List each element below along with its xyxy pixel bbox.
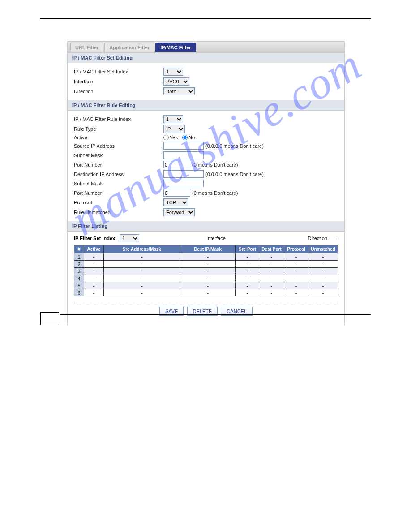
dest-ip-hint: (0.0.0.0 means Don't care) xyxy=(206,172,264,177)
cell-active: - xyxy=(84,253,104,261)
cell-dstport: - xyxy=(259,289,284,296)
dest-ip-label: Destination IP Address: xyxy=(74,172,163,177)
active-label: Active xyxy=(74,135,163,140)
subnet-mask-2-label: Subnet Mask xyxy=(74,181,163,186)
cell-num: 2 xyxy=(74,261,84,268)
rule-type-label: Rule Type xyxy=(74,126,163,132)
source-ip-label: Source IP Address xyxy=(74,143,163,149)
cell-unmatched: - xyxy=(308,275,338,282)
cell-protocol: - xyxy=(284,289,308,296)
filter-set-index-select[interactable]: 1 xyxy=(163,68,183,76)
cell-num: 1 xyxy=(74,253,84,261)
cell-dst: - xyxy=(180,289,236,296)
active-no-radio[interactable] xyxy=(182,135,188,140)
col-dest-port: Dest Port xyxy=(259,245,284,253)
rule-index-label: IP / MAC Filter Rule Index xyxy=(74,116,163,122)
cell-src: - xyxy=(104,282,180,289)
protocol-select[interactable]: TCP xyxy=(163,198,188,206)
port-2-label: Port Number xyxy=(74,190,163,196)
cell-unmatched: - xyxy=(308,253,338,261)
cell-srcport: - xyxy=(236,289,259,296)
port-1-label: Port Number xyxy=(74,162,163,167)
port-2-input[interactable] xyxy=(163,189,190,197)
cell-num: 4 xyxy=(74,275,84,282)
cell-srcport: - xyxy=(236,275,259,282)
col-protocol: Protocol xyxy=(284,245,308,253)
cell-active: - xyxy=(84,275,104,282)
ip-filter-table: # Active Src Address/Mask Dest IP/Mask S… xyxy=(74,245,338,296)
cell-active: - xyxy=(84,261,104,268)
cell-dst: - xyxy=(180,268,236,275)
cell-protocol: - xyxy=(284,282,308,289)
col-src-port: Src Port xyxy=(236,245,259,253)
config-panel: URL Filter Application Filter IP/MAC Fil… xyxy=(67,41,345,325)
subnet-mask-2-input[interactable] xyxy=(163,180,204,187)
cell-protocol: - xyxy=(284,275,308,282)
col-unmatched: Unmatched xyxy=(308,245,338,253)
protocol-label: Protocol xyxy=(74,200,163,205)
cell-dstport: - xyxy=(259,261,284,268)
col-src: Src Address/Mask xyxy=(104,245,180,253)
active-yes-text: Yes xyxy=(170,135,178,140)
port-1-hint: (0 means Don't care) xyxy=(192,162,238,167)
active-yes-radio[interactable] xyxy=(163,135,169,140)
cell-active: - xyxy=(84,268,104,275)
section-header-listing: IP Filter Listing xyxy=(68,221,344,232)
cell-dst: - xyxy=(180,261,236,268)
source-ip-input[interactable] xyxy=(163,142,204,150)
listing-direction-label: Direction xyxy=(308,236,327,241)
unmatched-select[interactable]: Forward xyxy=(163,208,195,216)
active-no-text: No xyxy=(188,135,195,140)
tab-url-filter[interactable]: URL Filter xyxy=(70,43,103,52)
rule-editing-form: IP / MAC Filter Rule Index 1 Rule Type I… xyxy=(68,111,344,221)
cell-srcport: - xyxy=(236,261,259,268)
section-header-set-editing: IP / MAC Filter Set Editing xyxy=(68,52,344,63)
listing-set-index-select[interactable]: 1 xyxy=(120,234,139,242)
cell-num: 3 xyxy=(74,268,84,275)
cell-dst: - xyxy=(180,253,236,261)
subnet-mask-1-input[interactable] xyxy=(163,151,204,159)
tab-ip-mac-filter[interactable]: IP/MAC Filter xyxy=(155,43,196,52)
tab-application-filter[interactable]: Application Filter xyxy=(104,43,154,52)
cell-unmatched: - xyxy=(308,268,338,275)
port-1-input[interactable] xyxy=(163,161,190,168)
listing-controls: IP Filter Set Index 1 Interface Directio… xyxy=(68,232,344,245)
cell-dstport: - xyxy=(259,253,284,261)
col-num: # xyxy=(74,245,84,253)
cell-protocol: - xyxy=(284,253,308,261)
direction-label: Direction xyxy=(74,89,163,94)
interface-label: Interface xyxy=(74,79,163,84)
rule-type-select[interactable]: IP xyxy=(163,125,185,133)
tabs-bar: URL Filter Application Filter IP/MAC Fil… xyxy=(68,42,344,52)
cell-src: - xyxy=(104,253,180,261)
cell-dstport: - xyxy=(259,275,284,282)
filter-set-index-label: IP / MAC Filter Set Index xyxy=(74,69,163,74)
footer-divider xyxy=(60,314,371,315)
cell-active: - xyxy=(84,289,104,296)
cell-protocol: - xyxy=(284,261,308,268)
interface-select[interactable]: PVC0 xyxy=(163,77,189,86)
rule-index-select[interactable]: 1 xyxy=(163,115,183,123)
cell-src: - xyxy=(104,275,180,282)
dest-ip-input[interactable] xyxy=(163,170,204,178)
cell-unmatched: - xyxy=(308,282,338,289)
cell-active: - xyxy=(84,282,104,289)
cell-dst: - xyxy=(180,275,236,282)
cell-src: - xyxy=(104,289,180,296)
cell-dstport: - xyxy=(259,268,284,275)
table-row: 2------- xyxy=(74,261,338,268)
col-dst: Dest IP/Mask xyxy=(180,245,236,253)
table-row: 1------- xyxy=(74,253,338,261)
footer-page-box xyxy=(40,312,59,325)
cell-protocol: - xyxy=(284,268,308,275)
cell-srcport: - xyxy=(236,268,259,275)
table-row: 4------- xyxy=(74,275,338,282)
cell-unmatched: - xyxy=(308,261,338,268)
cell-srcport: - xyxy=(236,282,259,289)
direction-select[interactable]: Both xyxy=(163,87,195,95)
listing-direction-value: - xyxy=(329,236,338,241)
cell-num: 5 xyxy=(74,282,84,289)
top-divider xyxy=(40,18,371,19)
button-row: SAVE DELETE CANCEL xyxy=(74,303,338,316)
cell-unmatched: - xyxy=(308,289,338,296)
